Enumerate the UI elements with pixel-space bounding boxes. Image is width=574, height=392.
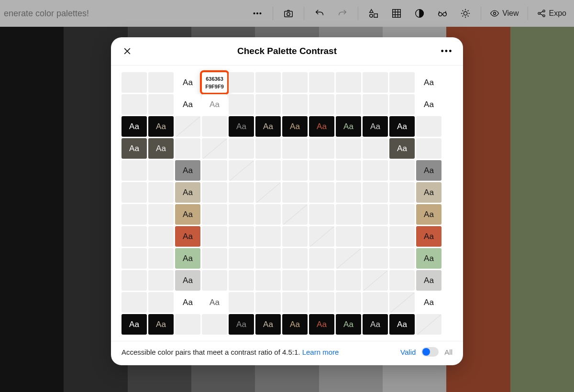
contrast-cell[interactable]: Aa [309, 116, 334, 137]
contrast-cell[interactable]: Aa [175, 204, 200, 225]
valid-all-toggle[interactable] [421, 347, 439, 357]
contrast-cell [309, 226, 334, 247]
contrast-cell[interactable]: Aa [229, 116, 254, 137]
contrast-cell [389, 160, 415, 181]
contrast-cell[interactable]: Aa [309, 314, 334, 335]
contrast-cell [309, 160, 334, 181]
contrast-cell[interactable]: Aa [282, 116, 308, 137]
contrast-cell[interactable]: Aa [229, 314, 254, 335]
contrast-cell [255, 226, 281, 247]
modal-title: Check Palette Contrast [134, 46, 440, 56]
contrast-cell[interactable]: Aa [416, 204, 442, 225]
contrast-cell [309, 182, 334, 203]
contrast-cell[interactable]: Aa [255, 116, 281, 137]
contrast-cell [229, 226, 254, 247]
modal-header: Check Palette Contrast ••• [111, 37, 463, 65]
contrast-cell [148, 182, 174, 203]
contrast-cell [229, 94, 254, 115]
contrast-cell [336, 226, 361, 247]
contrast-cell [389, 204, 415, 225]
contrast-cell[interactable]: Aa [416, 182, 442, 203]
contrast-cell[interactable]: Aa [175, 248, 200, 269]
contrast-cell [229, 160, 254, 181]
contrast-cell [175, 138, 200, 159]
contrast-cell[interactable]: Aa [416, 160, 442, 181]
close-icon[interactable] [121, 44, 134, 58]
contrast-cell [309, 292, 334, 313]
contrast-cell [255, 182, 281, 203]
contrast-cell[interactable]: Aa [416, 94, 442, 115]
learn-more-link[interactable]: Learn more [302, 348, 339, 356]
contrast-cell [389, 94, 415, 115]
contrast-cell [175, 116, 200, 137]
contrast-cell[interactable]: Aa [148, 138, 174, 159]
contrast-cell[interactable]: Aa [389, 116, 415, 137]
contrast-cell [336, 160, 361, 181]
contrast-cell [363, 292, 388, 313]
contrast-cell[interactable]: Aa [282, 314, 308, 335]
contrast-cell [282, 226, 308, 247]
contrast-cell [389, 226, 415, 247]
contrast-cell [416, 138, 442, 159]
contrast-cell[interactable]: Aa [416, 248, 442, 269]
contrast-cell [121, 270, 147, 291]
contrast-cell[interactable]: Aa [416, 72, 442, 93]
contrast-cell [282, 248, 308, 269]
contrast-cell[interactable]: Aa [175, 182, 200, 203]
contrast-cell[interactable]: Aa [175, 94, 200, 115]
contrast-cell [336, 182, 361, 203]
contrast-cell [148, 72, 174, 93]
contrast-cell[interactable]: Aa [416, 226, 442, 247]
contrast-cell [363, 204, 388, 225]
contrast-cell [255, 248, 281, 269]
contrast-grid: Aa636363F9F9F9AaAaAaAaAaAaAaAaAaAaAaAaAa… [111, 65, 463, 341]
contrast-cell [148, 226, 174, 247]
contrast-cell [121, 182, 147, 203]
contrast-cell[interactable]: Aa [121, 138, 147, 159]
contrast-cell[interactable]: Aa [416, 270, 442, 291]
contrast-cell [148, 248, 174, 269]
contrast-cell [148, 204, 174, 225]
contrast-cell[interactable]: Aa [416, 292, 442, 313]
modal-footer: Accessible color pairs that meet a contr… [111, 341, 463, 361]
contrast-cell [363, 138, 388, 159]
contrast-cell[interactable]: Aa [175, 270, 200, 291]
valid-label[interactable]: Valid [400, 348, 416, 356]
contrast-cell [363, 72, 388, 93]
contrast-cell[interactable]: Aa [175, 226, 200, 247]
contrast-cell [363, 270, 388, 291]
contrast-cell[interactable]: Aa [202, 94, 227, 115]
contrast-cell[interactable]: Aa [336, 116, 361, 137]
contrast-cell [336, 138, 361, 159]
contrast-cell[interactable]: Aa [148, 116, 174, 137]
contrast-cell[interactable]: Aa [175, 72, 200, 93]
contrast-cell[interactable]: Aa [121, 116, 147, 137]
all-label[interactable]: All [444, 348, 453, 356]
contrast-cell [255, 204, 281, 225]
contrast-cell[interactable]: Aa [389, 314, 415, 335]
contrast-cell [363, 182, 388, 203]
contrast-cell[interactable]: Aa [202, 292, 227, 313]
contrast-cell [255, 94, 281, 115]
contrast-cell[interactable]: Aa [121, 314, 147, 335]
contrast-cell[interactable]: Aa [175, 160, 200, 181]
contrast-cell[interactable]: Aa [148, 314, 174, 335]
contrast-cell [148, 270, 174, 291]
contrast-cell [282, 270, 308, 291]
contrast-cell [229, 270, 254, 291]
contrast-cell[interactable]: Aa [363, 116, 388, 137]
contrast-cell [255, 138, 281, 159]
modal-more-icon[interactable]: ••• [440, 44, 453, 58]
contrast-cell [148, 160, 174, 181]
contrast-cell [121, 226, 147, 247]
contrast-cell-tooltip[interactable]: 636363F9F9F9 [202, 72, 227, 93]
contrast-cell [255, 292, 281, 313]
contrast-cell[interactable]: Aa [175, 292, 200, 313]
contrast-cell[interactable]: Aa [389, 138, 415, 159]
contrast-cell [121, 248, 147, 269]
contrast-cell [336, 204, 361, 225]
contrast-cell[interactable]: Aa [363, 314, 388, 335]
contrast-cell[interactable]: Aa [336, 314, 361, 335]
contrast-cell [282, 138, 308, 159]
contrast-cell[interactable]: Aa [255, 314, 281, 335]
